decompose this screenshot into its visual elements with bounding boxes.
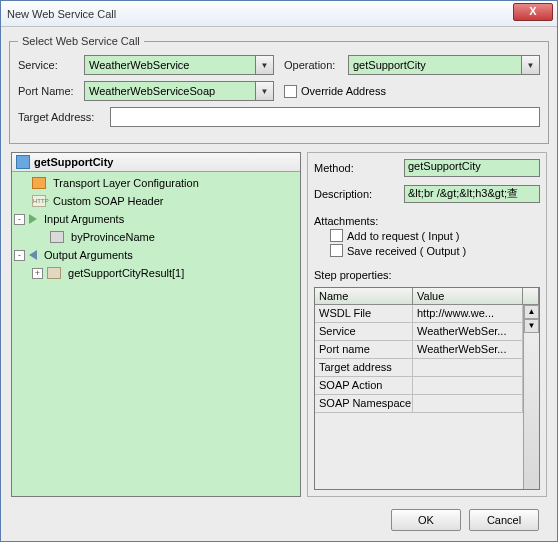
table-row[interactable]: SOAP Namespace	[315, 395, 523, 413]
tree-item-input-args[interactable]: - Input Arguments	[14, 210, 298, 228]
stack-icon	[47, 267, 61, 279]
operation-value: getSupportCity	[353, 59, 426, 71]
tree-root-row[interactable]: getSupportCity	[12, 153, 300, 172]
cell-value	[413, 359, 523, 377]
scroll-up-icon[interactable]: ▲	[524, 305, 539, 319]
window-title: New Web Service Call	[7, 8, 116, 20]
chevron-down-icon	[255, 82, 273, 100]
tree-item-output-args[interactable]: - Output Arguments	[14, 246, 298, 264]
collapse-icon[interactable]: -	[14, 214, 25, 225]
close-button[interactable]: X	[513, 3, 553, 21]
chevron-down-icon	[521, 56, 539, 74]
portname-value: WeatherWebServiceSoap	[89, 85, 215, 97]
override-address-checkbox[interactable]: Override Address	[284, 85, 386, 98]
cancel-button[interactable]: Cancel	[469, 509, 539, 531]
titlebar: New Web Service Call X	[1, 1, 557, 27]
add-to-request-checkbox[interactable]: Add to request ( Input )	[330, 229, 540, 242]
description-field[interactable]: &lt;br /&gt;&lt;h3&gt;查	[404, 185, 540, 203]
method-label: Method:	[314, 162, 400, 174]
chevron-down-icon	[255, 56, 273, 74]
param-icon	[50, 231, 64, 243]
operation-select[interactable]: getSupportCity	[348, 55, 540, 75]
button-bar: OK Cancel	[9, 503, 549, 537]
main-split: getSupportCity Transport Layer Configura…	[11, 152, 547, 497]
checkbox-icon	[284, 85, 297, 98]
override-label: Override Address	[301, 85, 386, 97]
dialog-window: New Web Service Call X Select Web Servic…	[0, 0, 558, 542]
close-icon: X	[529, 5, 536, 17]
table-row[interactable]: WSDL Filehttp://www.we...	[315, 305, 523, 323]
attachments-label: Attachments:	[314, 215, 540, 227]
cell-name: SOAP Action	[315, 377, 413, 395]
save-received-checkbox[interactable]: Save received ( Output )	[330, 244, 540, 257]
tree-root-label: getSupportCity	[34, 156, 113, 168]
checkbox-icon	[330, 244, 343, 257]
table-row[interactable]: SOAP Action	[315, 377, 523, 395]
cell-value	[413, 377, 523, 395]
table-body: WSDL Filehttp://www.we...ServiceWeatherW…	[315, 305, 523, 489]
table-row[interactable]: Port nameWeatherWebSer...	[315, 341, 523, 359]
tree-item-soap-header[interactable]: HTTP Custom SOAP Header	[14, 192, 298, 210]
select-service-group: Select Web Service Call Service: Weather…	[9, 35, 549, 144]
cell-value: http://www.we...	[413, 305, 523, 323]
target-address-label: Target Address:	[18, 111, 104, 123]
cell-name: WSDL File	[315, 305, 413, 323]
arrow-out-icon	[29, 250, 37, 260]
col-value[interactable]: Value	[413, 288, 523, 304]
target-address-input[interactable]	[110, 107, 540, 127]
arrow-in-icon	[29, 214, 37, 224]
scrollbar[interactable]: ▲ ▼	[523, 305, 539, 489]
step-properties-label: Step properties:	[314, 269, 540, 281]
cell-value	[413, 395, 523, 413]
portname-label: Port Name:	[18, 85, 78, 97]
checkbox-icon	[330, 229, 343, 242]
scroll-down-icon[interactable]: ▼	[524, 319, 539, 333]
http-icon: HTTP	[32, 195, 46, 207]
dialog-body: Select Web Service Call Service: Weather…	[1, 27, 557, 541]
ok-button[interactable]: OK	[391, 509, 461, 531]
cell-name: Port name	[315, 341, 413, 359]
method-field[interactable]: getSupportCity	[404, 159, 540, 177]
properties-table: Name Value WSDL Filehttp://www.we...Serv…	[314, 287, 540, 490]
table-row[interactable]: ServiceWeatherWebSer...	[315, 323, 523, 341]
service-value: WeatherWebService	[89, 59, 189, 71]
tree-item-result[interactable]: + getSupportCityResult[1]	[14, 264, 298, 282]
expand-icon[interactable]: +	[32, 268, 43, 279]
portname-select[interactable]: WeatherWebServiceSoap	[84, 81, 274, 101]
table-header: Name Value	[315, 288, 539, 305]
collapse-icon[interactable]: -	[14, 250, 25, 261]
col-corner	[523, 288, 539, 304]
cell-value: WeatherWebSer...	[413, 341, 523, 359]
globe-icon	[16, 155, 30, 169]
service-select[interactable]: WeatherWebService	[84, 55, 274, 75]
cell-name: Service	[315, 323, 413, 341]
table-row[interactable]: Target address	[315, 359, 523, 377]
service-label: Service:	[18, 59, 78, 71]
operation-label: Operation:	[284, 59, 342, 71]
tree-pane: getSupportCity Transport Layer Configura…	[11, 152, 301, 497]
group-legend: Select Web Service Call	[18, 35, 144, 47]
description-label: Description:	[314, 188, 400, 200]
cell-value: WeatherWebSer...	[413, 323, 523, 341]
tree-body: Transport Layer Configuration HTTP Custo…	[12, 172, 300, 496]
tree-item-byprovince[interactable]: byProvinceName	[14, 228, 298, 246]
truck-icon	[32, 177, 46, 189]
col-name[interactable]: Name	[315, 288, 413, 304]
cell-name: SOAP Namespace	[315, 395, 413, 413]
tree-item-transport[interactable]: Transport Layer Configuration	[14, 174, 298, 192]
details-pane: Method: getSupportCity Description: &lt;…	[307, 152, 547, 497]
cell-name: Target address	[315, 359, 413, 377]
